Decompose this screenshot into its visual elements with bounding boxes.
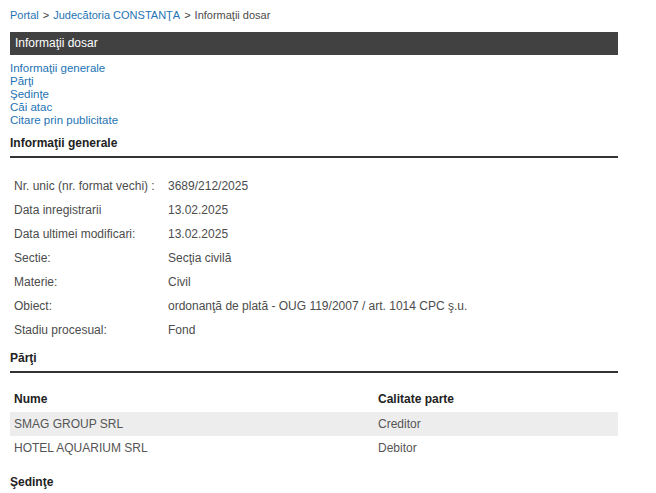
nav-link-informatii-generale[interactable]: Informaţii generale <box>10 62 618 75</box>
info-label: Sectie: <box>14 251 168 265</box>
general-info-list: Nr. unic (nr. format vechi) : 3689/212/2… <box>10 174 618 342</box>
table-row: SMAG GROUP SRL Creditor <box>10 412 618 436</box>
info-row-data-ultimei-modificari: Data ultimei modificari: 13.02.2025 <box>10 222 618 246</box>
info-row-data-inregistrarii: Data inregistrarii 13.02.2025 <box>10 198 618 222</box>
info-value: Fond <box>168 323 618 337</box>
column-header-nume: Nume <box>14 392 378 406</box>
table-row: HOTEL AQUARIUM SRL Debitor <box>10 436 618 460</box>
info-value: Civil <box>168 275 618 289</box>
info-label: Obiect: <box>14 299 168 313</box>
party-role: Debitor <box>378 441 618 455</box>
info-row-stadiu-procesual: Stadiu procesual: Fond <box>10 318 618 342</box>
breadcrumb-link-portal[interactable]: Portal <box>10 9 39 21</box>
party-name: HOTEL AQUARIUM SRL <box>14 441 378 455</box>
breadcrumb: Portal>Judecătoria CONSTANŢA>Informaţii … <box>10 6 618 21</box>
section-heading-parti: Părţi <box>10 351 618 373</box>
page-title: Informaţii dosar <box>15 36 98 50</box>
parties-table: Nume Calitate parte SMAG GROUP SRL Credi… <box>10 387 618 460</box>
info-row-materie: Materie: Civil <box>10 270 618 294</box>
info-label: Stadiu procesual: <box>14 323 168 337</box>
parties-table-header: Nume Calitate parte <box>10 387 618 411</box>
info-row-nr-unic: Nr. unic (nr. format vechi) : 3689/212/2… <box>10 174 618 198</box>
info-label: Data ultimei modificari: <box>14 227 168 241</box>
info-label: Data inregistrarii <box>14 203 168 217</box>
section-heading-sedinte: Şedinţe <box>10 475 618 493</box>
breadcrumb-link-court[interactable]: Judecătoria CONSTANŢA <box>53 9 180 21</box>
nav-link-sedinte[interactable]: Şedinţe <box>10 88 618 101</box>
section-heading-informatii-generale: Informaţii generale <box>10 136 618 158</box>
party-role: Creditor <box>378 417 618 431</box>
info-value: Secţia civilă <box>168 251 618 265</box>
column-header-calitate-parte: Calitate parte <box>378 392 618 406</box>
nav-link-citare-prin-publicitate[interactable]: Citare prin publicitate <box>10 114 618 127</box>
info-value: ordonanţă de plată - OUG 119/2007 / art.… <box>168 299 618 313</box>
info-row-sectie: Sectie: Secţia civilă <box>10 246 618 270</box>
party-name: SMAG GROUP SRL <box>14 417 378 431</box>
info-value: 13.02.2025 <box>168 227 618 241</box>
nav-link-parti[interactable]: Părţi <box>10 75 618 88</box>
case-details-page: Portal>Judecătoria CONSTANŢA>Informaţii … <box>0 0 646 493</box>
page-title-bar: Informaţii dosar <box>10 32 618 55</box>
info-label: Materie: <box>14 275 168 289</box>
breadcrumb-separator: > <box>43 9 49 21</box>
nav-link-cai-atac[interactable]: Căi atac <box>10 101 618 114</box>
info-value: 13.02.2025 <box>168 203 618 217</box>
info-label: Nr. unic (nr. format vechi) : <box>14 179 168 193</box>
info-row-obiect: Obiect: ordonanţă de plată - OUG 119/200… <box>10 294 618 318</box>
section-nav: Informaţii generale Părţi Şedinţe Căi at… <box>10 62 618 127</box>
info-value: 3689/212/2025 <box>168 179 618 193</box>
breadcrumb-current-page: Informaţii dosar <box>195 9 271 21</box>
breadcrumb-separator: > <box>184 9 190 21</box>
